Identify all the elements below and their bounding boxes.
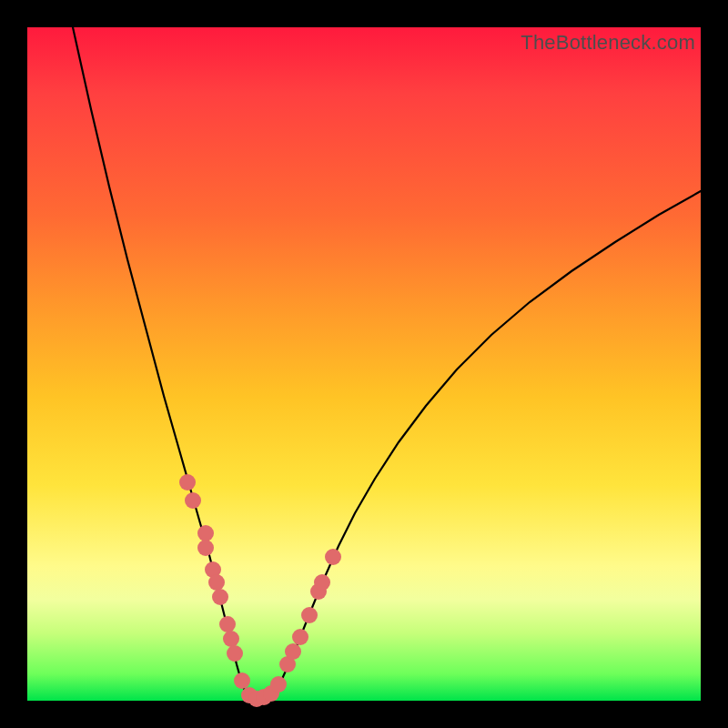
highlight-dot xyxy=(212,589,228,605)
highlight-dot xyxy=(197,525,214,541)
curve-right-branch xyxy=(275,191,701,693)
outer-frame: TheBottleneck.com xyxy=(0,0,728,728)
chart-overlay xyxy=(27,27,701,701)
highlight-dot xyxy=(234,672,250,689)
highlight-dot xyxy=(227,645,243,662)
highlight-dot xyxy=(285,643,301,660)
highlight-dot-group xyxy=(179,474,341,707)
highlight-dot xyxy=(292,629,308,645)
highlight-dot xyxy=(197,540,214,556)
highlight-dot xyxy=(179,474,196,490)
highlight-dot xyxy=(185,492,201,509)
highlight-dot xyxy=(301,607,318,623)
highlight-dot xyxy=(325,549,341,565)
highlight-dot xyxy=(208,574,225,591)
highlight-dot xyxy=(270,676,287,693)
plot-area: TheBottleneck.com xyxy=(27,27,701,701)
highlight-dot xyxy=(223,631,239,647)
highlight-dot xyxy=(314,574,330,591)
highlight-dot xyxy=(219,616,236,632)
